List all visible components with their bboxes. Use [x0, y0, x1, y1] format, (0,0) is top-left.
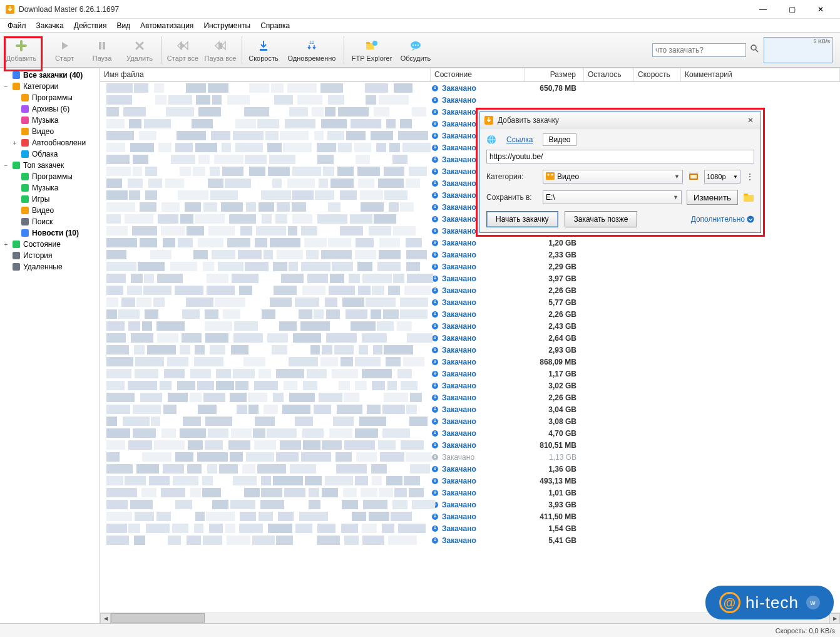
state-label: Закачано	[442, 203, 476, 212]
state-icon	[431, 310, 439, 319]
tree-item[interactable]: Все закачки (40)	[0, 70, 100, 81]
col-state[interactable]: Состояние	[431, 68, 525, 81]
tree-item[interactable]: Архивы (6)	[0, 103, 100, 115]
state-icon	[431, 179, 439, 188]
expand-icon[interactable]: −	[3, 83, 9, 90]
size-label: 1,17 GB	[525, 370, 584, 378]
save-path-combo[interactable]: E:\ ▼	[543, 190, 682, 204]
tree-item[interactable]: +Автообновлени	[0, 137, 100, 148]
change-path-button[interactable]: Изменить	[687, 190, 738, 205]
state-label: Закачано	[442, 132, 476, 140]
svg-rect-3	[218, 43, 220, 49]
advanced-link[interactable]: Дополнительно	[691, 215, 754, 224]
col-filename[interactable]: Имя файла	[100, 68, 431, 81]
expand-icon[interactable]: −	[3, 162, 9, 169]
category-combo[interactable]: Видео ▼	[543, 170, 683, 184]
size-label: 3,04 GB	[525, 405, 584, 414]
tree-item[interactable]: Игры	[0, 194, 100, 205]
menu-actions[interactable]: Действия	[69, 20, 112, 31]
state-icon	[431, 215, 439, 224]
search-input[interactable]	[652, 43, 746, 57]
state-label: Закачано	[442, 536, 476, 545]
expand-icon[interactable]: +	[3, 241, 9, 248]
tree-item[interactable]: Видео	[0, 126, 100, 137]
video-icon	[546, 172, 555, 182]
size-label: 1,20 GB	[525, 239, 584, 247]
minimize-button[interactable]: —	[749, 0, 777, 19]
pause-button[interactable]: Пауза	[83, 34, 121, 66]
more-icon[interactable]: ⋮	[745, 172, 754, 181]
menu-download[interactable]: Закачка	[31, 20, 69, 31]
maximize-button[interactable]: ▢	[777, 0, 806, 19]
state-label: Закачано	[442, 465, 476, 474]
discuss-button[interactable]: Обсудить	[397, 34, 434, 66]
col-comment[interactable]: Комментарий	[681, 68, 840, 81]
state-icon	[431, 370, 439, 378]
svg-rect-24	[21, 173, 29, 180]
delete-icon	[132, 38, 147, 53]
chevron-down-icon: ▼	[733, 174, 738, 180]
start-button[interactable]: Старт	[46, 34, 83, 66]
category-icon	[11, 251, 21, 261]
state-label: Закачано	[442, 167, 476, 176]
state-label: Закачано	[442, 489, 476, 497]
tree-item[interactable]: +Состояние	[0, 239, 100, 250]
folder-icon[interactable]	[743, 192, 754, 203]
start-all-button[interactable]: Старт все	[164, 34, 202, 66]
state-label: Закачано	[442, 512, 476, 521]
tree-item[interactable]: Удаленные	[0, 261, 100, 272]
state-label: Закачано	[442, 179, 476, 188]
tab-video[interactable]: Видео	[543, 133, 576, 146]
scroll-left-icon[interactable]: ◀	[100, 613, 111, 624]
simultaneous-button[interactable]: 10 Одновременно	[282, 34, 341, 66]
close-button[interactable]: ✕	[806, 0, 835, 19]
delete-button[interactable]: Удалить	[121, 34, 158, 66]
tree-item[interactable]: −Категории	[0, 81, 100, 92]
scroll-thumb[interactable]	[111, 613, 205, 623]
category-settings-icon[interactable]	[688, 171, 699, 182]
tree-item[interactable]: Видео	[0, 205, 100, 216]
pause-all-button[interactable]: Пауза все	[202, 34, 239, 66]
expand-icon[interactable]: +	[11, 140, 18, 147]
col-remain[interactable]: Осталось	[584, 68, 634, 81]
menu-view[interactable]: Вид	[111, 20, 135, 31]
tree-item[interactable]: Музыка	[0, 182, 100, 194]
ftp-button[interactable]: FTP Explorer	[347, 34, 397, 66]
url-input[interactable]	[486, 150, 754, 163]
watermark: @ hi-tech w	[705, 586, 834, 619]
download-later-button[interactable]: Закачать позже	[565, 211, 638, 227]
tab-link[interactable]: Ссылка	[501, 134, 538, 145]
category-icon	[11, 262, 21, 272]
search-icon[interactable]	[750, 44, 760, 56]
tree-item[interactable]: История	[0, 250, 100, 261]
tree-item[interactable]: −Топ закачек	[0, 160, 100, 171]
state-label: Закачано	[442, 298, 476, 307]
col-speed[interactable]: Скорость	[634, 68, 681, 81]
tree-item[interactable]: Облака	[0, 148, 100, 160]
state-icon	[431, 239, 439, 247]
add-button[interactable]: Добавить	[3, 34, 40, 66]
menu-tools[interactable]: Инструменты	[198, 20, 255, 31]
tree-item[interactable]: Новости (10)	[0, 227, 100, 239]
state-label: Закачано	[442, 155, 476, 164]
state-icon	[431, 96, 439, 105]
col-size[interactable]: Размер	[525, 68, 584, 81]
state-icon	[431, 251, 439, 259]
tree-item[interactable]: Программы	[0, 171, 100, 182]
tree-item[interactable]: Поиск	[0, 216, 100, 227]
quality-combo[interactable]: 1080p ▼	[704, 170, 740, 184]
menu-file[interactable]: Файл	[3, 20, 31, 31]
svg-rect-31	[13, 252, 20, 259]
size-label: 2,93 GB	[525, 346, 584, 355]
scroll-right-icon[interactable]: ▶	[829, 613, 840, 624]
state-label: Закачано	[442, 215, 476, 224]
tree-item[interactable]: Музыка	[0, 115, 100, 126]
menu-automation[interactable]: Автоматизация	[135, 20, 198, 31]
state-icon	[431, 524, 439, 533]
speed-button[interactable]: Скорость	[245, 34, 282, 66]
dialog-close-icon[interactable]: ✕	[744, 116, 757, 125]
tree-item[interactable]: Программы	[0, 92, 100, 103]
menu-help[interactable]: Справка	[255, 20, 295, 31]
start-download-button[interactable]: Начать закачку	[486, 211, 558, 227]
pause-icon	[95, 38, 110, 53]
